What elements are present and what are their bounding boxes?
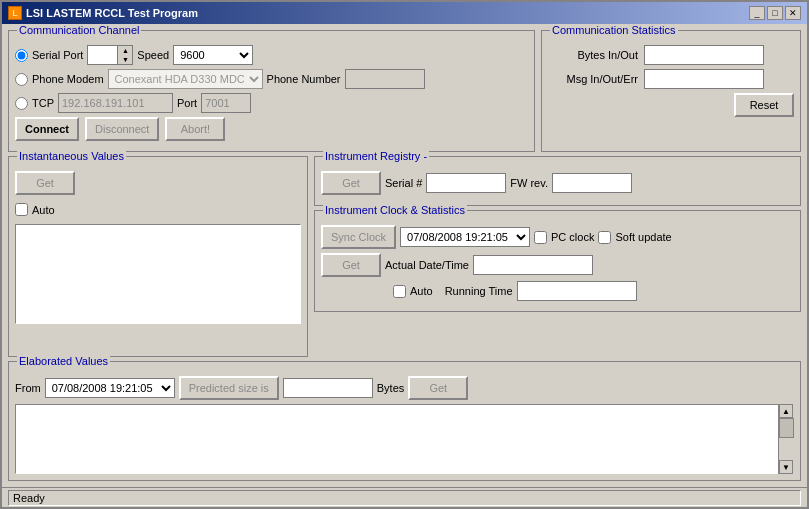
speed-select[interactable]: 9600 19200 38400 57600 115200 (173, 45, 253, 65)
elab-datetime-select[interactable]: 07/08/2008 19:21:05 (45, 378, 175, 398)
main-window: L LSI LASTEM RCCL Test Program _ □ ✕ Com… (0, 0, 809, 509)
comm-stats-group: Communication Statistics Bytes In/Out Ms… (541, 30, 801, 152)
tcp-label: TCP (32, 97, 54, 109)
registry-get-button[interactable]: Get (321, 171, 381, 195)
elab-scrollbar[interactable]: ▲ ▼ (778, 404, 794, 474)
actual-datetime-input (473, 255, 593, 275)
serial-num-input (426, 173, 506, 193)
maximize-button[interactable]: □ (767, 6, 783, 20)
fw-rev-input (552, 173, 632, 193)
from-label: From (15, 382, 41, 394)
comm-channel-label: Communication Channel (17, 24, 141, 36)
soft-update-label: Soft update (615, 231, 671, 243)
pc-clock-label: PC clock (551, 231, 594, 243)
instant-get-button[interactable]: Get (15, 171, 75, 195)
reset-button[interactable]: Reset (734, 93, 794, 117)
instrument-clock-group: Instrument Clock & Statistics Sync Clock… (314, 210, 801, 312)
elab-get-button[interactable]: Get (408, 376, 468, 400)
port-label: Port (177, 97, 197, 109)
right-panels: Instrument Registry - Get Serial # FW re… (314, 156, 801, 357)
serial-port-spinner: 1 ▲ ▼ (87, 45, 133, 65)
fw-rev-label: FW rev. (510, 177, 548, 189)
instant-display-area (15, 224, 301, 324)
instant-values-label: Instantaneous Values (17, 150, 126, 162)
connect-button[interactable]: Connect (15, 117, 79, 141)
soft-update-checkbox[interactable] (598, 231, 611, 244)
phone-number-input[interactable] (345, 69, 425, 89)
instrument-registry-group: Instrument Registry - Get Serial # FW re… (314, 156, 801, 206)
msg-inout-value (644, 69, 764, 89)
status-bar: Ready (2, 487, 807, 507)
tcp-radio[interactable] (15, 97, 28, 110)
serial-port-up[interactable]: ▲ (118, 46, 132, 55)
middle-row: Instantaneous Values Get Auto Instrumen (8, 156, 801, 357)
tcp-row: TCP Port (15, 93, 528, 113)
serial-port-row: Serial Port 1 ▲ ▼ Speed 9600 19200 38400… (15, 45, 528, 65)
bytes-label: Bytes (377, 382, 405, 394)
window-title: LSI LASTEM RCCL Test Program (26, 7, 198, 19)
pc-clock-checkbox[interactable] (534, 231, 547, 244)
disconnect-button[interactable]: Disconnect (85, 117, 159, 141)
running-time-label: Running Time (445, 285, 513, 297)
clock-datetime-select[interactable]: 07/08/2008 19:21:05 (400, 227, 530, 247)
serial-port-radio[interactable] (15, 49, 28, 62)
scroll-down-btn[interactable]: ▼ (779, 460, 793, 474)
title-buttons: _ □ ✕ (749, 6, 801, 20)
abort-button[interactable]: Abort! (165, 117, 225, 141)
phone-modem-row: Phone Modem Conexant HDA D330 MDC V.92 P… (15, 69, 528, 89)
phone-modem-label: Phone Modem (32, 73, 104, 85)
instrument-clock-label: Instrument Clock & Statistics (323, 204, 467, 216)
close-button[interactable]: ✕ (785, 6, 801, 20)
clock-auto-label: Auto (410, 285, 433, 297)
phone-number-label: Phone Number (267, 73, 341, 85)
bytes-inout-value (644, 45, 764, 65)
instrument-registry-label: Instrument Registry - (323, 150, 429, 162)
serial-num-label: Serial # (385, 177, 422, 189)
elab-display-area (15, 404, 794, 474)
elaborated-values-label: Elaborated Values (17, 355, 110, 367)
main-content: Communication Channel Serial Port 1 ▲ ▼ … (2, 24, 807, 487)
speed-label: Speed (137, 49, 169, 61)
phone-modem-select[interactable]: Conexant HDA D330 MDC V.92 (108, 69, 263, 89)
connection-buttons-row: Connect Disconnect Abort! (15, 117, 528, 141)
bytes-inout-label: Bytes In/Out (548, 49, 638, 61)
instant-auto-checkbox[interactable] (15, 203, 28, 216)
serial-port-label: Serial Port (32, 49, 83, 61)
clock-get-button[interactable]: Get (321, 253, 381, 277)
comm-stats-label: Communication Statistics (550, 24, 678, 36)
app-icon: L (8, 6, 22, 20)
top-row: Communication Channel Serial Port 1 ▲ ▼ … (8, 30, 801, 152)
minimize-button[interactable]: _ (749, 6, 765, 20)
predicted-size-button[interactable]: Predicted size is (179, 376, 279, 400)
clock-auto-checkbox[interactable] (393, 285, 406, 298)
predicted-size-input (283, 378, 373, 398)
serial-port-down[interactable]: ▼ (118, 55, 132, 64)
title-bar: L LSI LASTEM RCCL Test Program _ □ ✕ (2, 2, 807, 24)
msg-inout-label: Msg In/Out/Err (548, 73, 638, 85)
comm-channel-group: Communication Channel Serial Port 1 ▲ ▼ … (8, 30, 535, 152)
scroll-up-btn[interactable]: ▲ (779, 404, 793, 418)
actual-datetime-label: Actual Date/Time (385, 259, 469, 271)
phone-modem-radio[interactable] (15, 73, 28, 86)
bytes-inout-row: Bytes In/Out (548, 45, 794, 65)
sync-clock-button[interactable]: Sync Clock (321, 225, 396, 249)
tcp-ip-input[interactable] (58, 93, 173, 113)
port-input[interactable] (201, 93, 251, 113)
status-text: Ready (8, 490, 801, 506)
msg-inout-row: Msg In/Out/Err (548, 69, 794, 89)
running-time-input (517, 281, 637, 301)
instant-auto-label: Auto (32, 204, 55, 216)
serial-port-input[interactable]: 1 (87, 45, 117, 65)
instant-values-group: Instantaneous Values Get Auto (8, 156, 308, 357)
elaborated-values-group: Elaborated Values From 07/08/2008 19:21:… (8, 361, 801, 481)
